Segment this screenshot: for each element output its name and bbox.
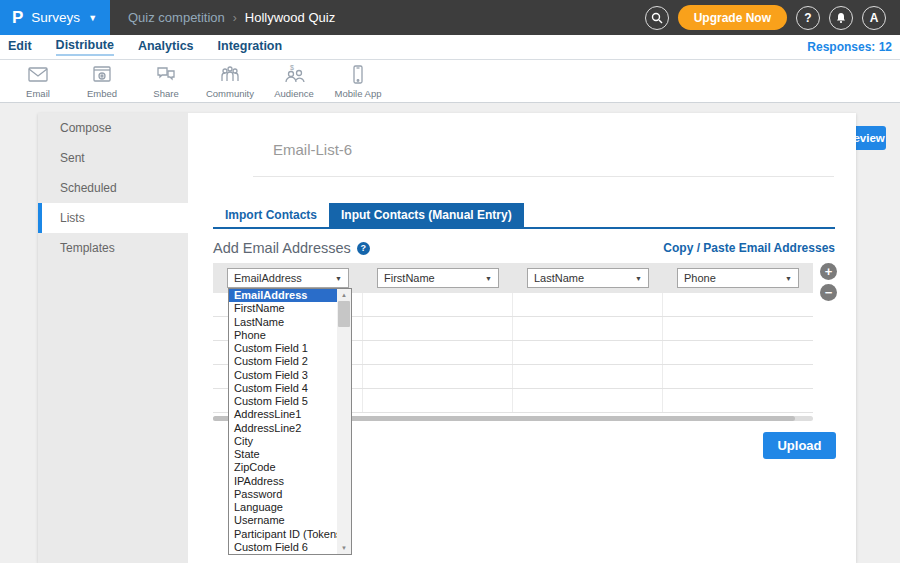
- dropdown-option[interactable]: ZipCode: [229, 461, 337, 474]
- dropdown-option[interactable]: EmailAddress: [229, 289, 337, 302]
- contact-cell[interactable]: [663, 389, 813, 412]
- contact-cell[interactable]: [513, 341, 663, 364]
- contact-cell[interactable]: [663, 317, 813, 340]
- dropdown-option[interactable]: Custom Field 4: [229, 382, 337, 395]
- dropdown-option[interactable]: Custom Field 3: [229, 369, 337, 382]
- channel-items: Email Embed Share Community $ Audience M…: [6, 64, 390, 99]
- envelope-icon: [26, 64, 50, 86]
- copy-paste-link[interactable]: Copy / Paste Email Addresses: [663, 241, 835, 255]
- nav-item-analytics[interactable]: Analytics: [138, 39, 194, 55]
- column-header: FirstName ▼: [363, 263, 513, 293]
- add-column-button[interactable]: +: [820, 263, 837, 280]
- help-button[interactable]: ?: [796, 6, 820, 30]
- dropdown-option[interactable]: City: [229, 435, 337, 448]
- column-header: LastName ▼: [513, 263, 663, 293]
- topbar-actions: Upgrade Now ? A: [645, 5, 900, 30]
- scroll-down-icon[interactable]: ▼: [337, 542, 351, 554]
- dropdown-option[interactable]: Custom Field 2: [229, 355, 337, 368]
- breadcrumb-parent[interactable]: Quiz competition: [128, 10, 225, 25]
- column-select-firstname[interactable]: FirstName ▼: [377, 268, 499, 288]
- channel-email[interactable]: Email: [6, 64, 70, 99]
- top-bar: P Surveys ▼ Quiz competition › Hollywood…: [0, 0, 900, 35]
- contact-cell[interactable]: [663, 293, 813, 316]
- distribute-toolbar: Email Embed Share Community $ Audience M…: [0, 60, 900, 103]
- selected-column-value: Phone: [684, 272, 716, 284]
- contact-cell[interactable]: [363, 293, 513, 316]
- dropdown-option[interactable]: Custom Field 6: [229, 541, 337, 554]
- notifications-button[interactable]: [829, 6, 853, 30]
- upload-button[interactable]: Upload: [763, 432, 836, 459]
- channel-label: Share: [153, 88, 178, 99]
- column-header: Phone ▼: [663, 263, 813, 293]
- scroll-up-icon[interactable]: ▲: [337, 289, 351, 301]
- list-content: Email-List-6 Import Contacts Input Conta…: [188, 113, 856, 563]
- nav-item-edit[interactable]: Edit: [8, 39, 32, 55]
- contact-cell[interactable]: [663, 365, 813, 388]
- dropdown-option[interactable]: FirstName: [229, 302, 337, 315]
- account-button[interactable]: A: [862, 6, 886, 30]
- remove-column-button[interactable]: −: [820, 284, 837, 301]
- contact-cell[interactable]: [513, 365, 663, 388]
- email-sidebar: Compose Sent Scheduled Lists Templates: [38, 113, 188, 563]
- search-button[interactable]: [645, 6, 669, 30]
- channel-label: Mobile App: [334, 88, 381, 99]
- channel-audience[interactable]: $ Audience: [262, 64, 326, 99]
- dropdown-option[interactable]: Password: [229, 488, 337, 501]
- dropdown-option[interactable]: Custom Field 1: [229, 342, 337, 355]
- column-select-phone[interactable]: Phone ▼: [677, 268, 799, 288]
- nav-item-integration[interactable]: Integration: [218, 39, 283, 55]
- dropdown-option[interactable]: State: [229, 448, 337, 461]
- paid-audience-icon: $: [282, 64, 306, 86]
- sidebar-item-compose[interactable]: Compose: [38, 113, 188, 143]
- dropdown-option[interactable]: Username: [229, 514, 337, 527]
- product-name: Surveys: [31, 10, 80, 25]
- section-heading: Add Email Addresses: [213, 240, 351, 256]
- channel-share[interactable]: Share: [134, 64, 198, 99]
- responses-count[interactable]: Responses: 12: [807, 40, 892, 54]
- survey-nav: Edit Distribute Analytics Integration Re…: [0, 35, 900, 60]
- contact-cell[interactable]: [513, 317, 663, 340]
- column-select-emailaddress[interactable]: EmailAddress ▼: [227, 268, 349, 288]
- dropdown-option[interactable]: LastName: [229, 316, 337, 329]
- contact-cell[interactable]: [363, 365, 513, 388]
- sidebar-item-scheduled[interactable]: Scheduled: [38, 173, 188, 203]
- dropdown-option[interactable]: IPAddress: [229, 475, 337, 488]
- contacts-tabs: Import Contacts Input Contacts (Manual E…: [213, 203, 524, 227]
- channel-mobile-app[interactable]: Mobile App: [326, 64, 390, 99]
- contact-cell[interactable]: [513, 389, 663, 412]
- speech-bubbles-icon: [154, 64, 178, 86]
- contact-cell[interactable]: [663, 341, 813, 364]
- tab-input-contacts-manual[interactable]: Input Contacts (Manual Entry): [329, 203, 524, 227]
- chevron-down-icon: ▼: [785, 275, 792, 282]
- dropdown-option[interactable]: AddressLine1: [229, 408, 337, 421]
- column-dropdown-open: EmailAddressFirstNameLastNamePhoneCustom…: [228, 288, 352, 555]
- product-switcher[interactable]: P Surveys ▼: [0, 0, 110, 35]
- contact-cell[interactable]: [513, 293, 663, 316]
- channel-embed[interactable]: Embed: [70, 64, 134, 99]
- avatar: A: [870, 11, 879, 25]
- dropdown-option[interactable]: AddressLine2: [229, 422, 337, 435]
- sidebar-item-sent[interactable]: Sent: [38, 143, 188, 173]
- contact-cell[interactable]: [363, 317, 513, 340]
- sidebar-item-lists[interactable]: Lists: [38, 203, 188, 233]
- contact-cell[interactable]: [363, 389, 513, 412]
- dropdown-scrollbar[interactable]: ▲ ▼: [337, 289, 351, 554]
- sidebar-item-templates[interactable]: Templates: [38, 233, 188, 263]
- bell-icon: [835, 12, 847, 24]
- column-select-lastname[interactable]: LastName ▼: [527, 268, 649, 288]
- nav-item-distribute[interactable]: Distribute: [56, 38, 114, 56]
- dropdown-option[interactable]: Language: [229, 501, 337, 514]
- dropdown-option[interactable]: Phone: [229, 329, 337, 342]
- dropdown-scrollbar-thumb[interactable]: [338, 301, 350, 327]
- dropdown-option[interactable]: Custom Field 5: [229, 395, 337, 408]
- channel-community[interactable]: Community: [198, 64, 262, 99]
- section-header: Add Email Addresses ? Copy / Paste Email…: [213, 240, 835, 256]
- help-tooltip-icon[interactable]: ?: [357, 242, 370, 255]
- channel-label: Embed: [87, 88, 117, 99]
- dropdown-option[interactable]: Participant ID (Tokens): [229, 528, 337, 541]
- list-title: Email-List-6: [273, 141, 352, 158]
- contact-cell[interactable]: [363, 341, 513, 364]
- upgrade-now-button[interactable]: Upgrade Now: [678, 5, 787, 30]
- tab-import-contacts[interactable]: Import Contacts: [213, 203, 329, 227]
- title-divider: [253, 176, 834, 177]
